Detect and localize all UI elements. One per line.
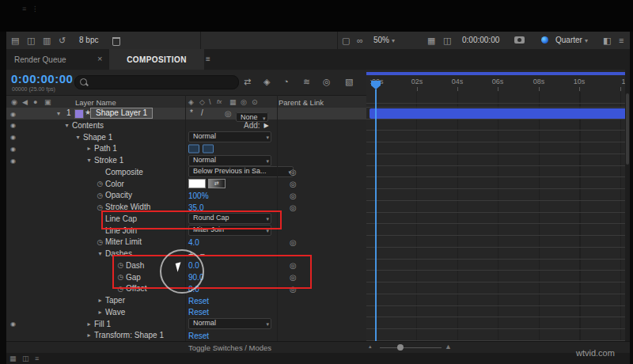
vertical-scrollbar[interactable]	[625, 70, 630, 341]
search-input[interactable]	[74, 75, 239, 89]
row-stroke-1[interactable]: ◉ ▾ Stroke 1 Normal	[6, 154, 366, 166]
layer-duration-bar[interactable]	[370, 108, 628, 119]
visibility-eye-icon[interactable]: ◉	[10, 134, 16, 141]
row-path-1[interactable]: ◉ ▸ Path 1	[6, 143, 366, 155]
channel-colors-icon[interactable]	[541, 36, 548, 44]
opacity-value[interactable]: 100%	[188, 191, 209, 199]
twirl-open-icon[interactable]: ▾	[73, 134, 83, 141]
reset-link[interactable]: Reset	[188, 308, 209, 317]
property-label[interactable]: Path 1	[94, 144, 117, 153]
playhead-line[interactable]	[375, 89, 377, 341]
scrollbar-thumb[interactable]	[626, 93, 629, 165]
visibility-eye-icon[interactable]: ◉	[10, 320, 16, 328]
options-menu-icon[interactable]: ≡	[35, 355, 39, 362]
work-area-bar[interactable]	[366, 72, 630, 75]
tab-menu-icon[interactable]: ≡	[206, 55, 210, 63]
shy-layers-icon[interactable]: ◔	[283, 77, 289, 86]
row-contents[interactable]: ◉ ▾ Contents Add:▶	[6, 119, 366, 131]
monitor-icon[interactable]: ▢	[342, 35, 350, 46]
property-label[interactable]: Taper	[105, 296, 125, 305]
fast-previews-icon[interactable]: ◧	[603, 35, 611, 46]
layer-name-column-label[interactable]: Layer Name	[75, 98, 116, 107]
collapse-transformations-icon[interactable]: *	[190, 108, 193, 117]
row-taper[interactable]: ▸ Taper Reset	[6, 294, 366, 306]
pickwhip-icon[interactable]: ◎	[290, 180, 297, 188]
snapshot-camera-icon[interactable]	[514, 36, 525, 44]
frame-blending-icon[interactable]: ≋	[303, 77, 310, 87]
expand-layers-icon[interactable]: ▦	[9, 355, 17, 362]
grid-options-icon[interactable]: ▦	[427, 35, 435, 46]
motion-blur-icon[interactable]: ◎	[323, 77, 331, 87]
layer-color-swatch[interactable]	[74, 109, 84, 119]
row-wave[interactable]: ▸ Wave Reset	[6, 306, 366, 318]
resolution-dropdown[interactable]: Quarter▾	[555, 36, 588, 44]
bit-depth-button[interactable]: 8 bpc	[79, 36, 98, 44]
zoom-slider-knob[interactable]	[397, 344, 404, 351]
property-label[interactable]: Shape 1	[83, 133, 112, 142]
preview-timecode[interactable]: 0:00:00:00	[462, 36, 499, 44]
composition-flowchart-icon[interactable]: ⇄	[244, 77, 251, 87]
tab-render-queue[interactable]: Render Queue	[6, 49, 74, 70]
timeline-grid[interactable]	[366, 92, 630, 341]
property-label[interactable]: Fill 1	[94, 320, 111, 328]
zoom-out-icon[interactable]: ▴	[369, 343, 372, 350]
quality-switch-icon[interactable]: /	[201, 108, 203, 117]
reset-link[interactable]: Reset	[188, 331, 209, 339]
window-menu-icon[interactable]: ≡ ⋮	[22, 5, 40, 13]
tab-composition[interactable]: COMPOSITION	[109, 49, 204, 70]
layer-row-shape-layer-1[interactable]: ◉ ▾ 1 ★ Shape Layer 1 * / ◎ None	[6, 108, 366, 119]
stereo-glasses-icon[interactable]: ∞	[357, 35, 363, 46]
graph-editor-icon[interactable]: ▧	[345, 77, 353, 87]
visibility-eye-icon[interactable]: ◉	[10, 122, 16, 129]
twirl-closed-icon[interactable]: ▸	[84, 332, 94, 339]
close-tab-icon[interactable]: ×	[97, 54, 102, 63]
twirl-closed-icon[interactable]: ▸	[84, 320, 94, 328]
draft-3d-icon[interactable]: ◈	[263, 77, 270, 87]
magnification-dropdown[interactable]: 50%▾	[373, 36, 395, 44]
region-of-interest-icon[interactable]: ◫	[443, 35, 451, 46]
twirl-closed-icon[interactable]: ▸	[95, 297, 105, 304]
composite-dropdown[interactable]: Below Previous in Sa...	[188, 166, 294, 177]
zoom-tool-icon[interactable]: ▥	[43, 35, 51, 46]
blend-mode-dropdown[interactable]: Normal	[188, 155, 271, 166]
stopwatch-icon[interactable]: ◷	[95, 180, 105, 188]
reset-link[interactable]: Reset	[188, 296, 209, 305]
pickwhip-icon[interactable]: ◎	[290, 203, 297, 211]
layer-visibility-eye-icon[interactable]: ◉	[10, 110, 16, 117]
twirl-open-icon[interactable]: ▾	[84, 157, 94, 164]
timeline-zoom-slider[interactable]	[380, 347, 442, 348]
row-shape-1[interactable]: ◉ ▾ Shape 1 Normal	[6, 131, 366, 143]
timeline-track-panel[interactable]: :00s 02s 04s 06s 08s 10s 1	[366, 70, 630, 341]
property-label[interactable]: Composite	[105, 168, 143, 176]
row-opacity[interactable]: ◷ Opacity 100% ◎	[6, 190, 366, 202]
property-label[interactable]: Stroke 1	[94, 156, 123, 165]
row-fill-1[interactable]: ◉ ▸ Fill 1 Normal	[6, 318, 366, 330]
twirl-closed-icon[interactable]: ▸	[84, 145, 94, 152]
visibility-eye-icon[interactable]: ◉	[10, 145, 16, 152]
twirl-closed-icon[interactable]: ▸	[95, 309, 105, 316]
stopwatch-icon[interactable]: ◷	[95, 191, 105, 199]
toggle-switches-button[interactable]: Toggle Switches / Modes	[188, 343, 271, 352]
property-label[interactable]: Contents	[72, 121, 104, 130]
property-label[interactable]: Transform: Shape 1	[94, 331, 164, 339]
stopwatch-icon[interactable]: ◷	[95, 238, 105, 246]
row-transform-shape-1[interactable]: ▸ Transform: Shape 1 Reset	[6, 330, 366, 342]
frame-view-icon[interactable]: ◫	[22, 355, 29, 362]
current-time-display[interactable]: 0:00:00:00	[11, 72, 73, 85]
path-mask-icon[interactable]	[203, 144, 214, 153]
row-composite[interactable]: Composite Below Previous in Sa... ◎	[6, 166, 366, 178]
pickwhip-icon[interactable]: ◎	[290, 191, 297, 199]
parent-link-column-label[interactable]: Parent & Link	[279, 98, 324, 107]
twirl-open-icon[interactable]: ▾	[95, 250, 105, 257]
color-swatch[interactable]	[188, 179, 206, 188]
selection-tool-icon[interactable]: ▤	[11, 35, 19, 46]
twirl-open-icon[interactable]: ▾	[57, 110, 60, 117]
zoom-in-icon[interactable]: ▲	[445, 343, 452, 351]
add-menu-arrow-icon[interactable]: ▶	[264, 122, 269, 129]
blend-mode-dropdown[interactable]: Normal	[188, 131, 271, 142]
property-label[interactable]: Miter Limit	[105, 237, 142, 246]
property-label[interactable]: Opacity	[105, 191, 132, 199]
playhead-icon[interactable]	[371, 81, 381, 89]
layer-name-field[interactable]: Shape Layer 1	[90, 108, 153, 119]
visibility-eye-icon[interactable]: ◉	[10, 157, 16, 164]
